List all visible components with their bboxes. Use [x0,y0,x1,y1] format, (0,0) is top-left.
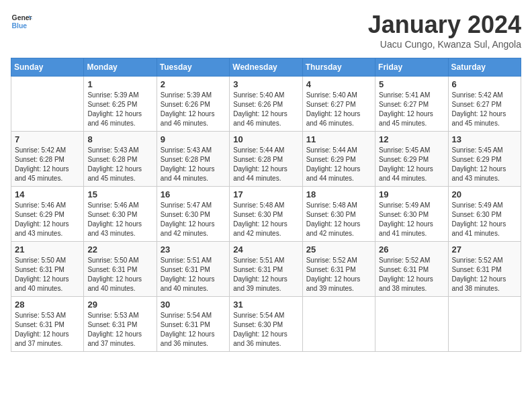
calendar-cell: 20Sunrise: 5:49 AMSunset: 6:30 PMDayligh… [448,187,521,242]
calendar-body: 1Sunrise: 5:39 AMSunset: 6:25 PMDaylight… [11,77,521,352]
calendar-cell: 1Sunrise: 5:39 AMSunset: 6:25 PMDaylight… [84,77,157,132]
day-number: 20 [452,189,517,199]
calendar-cell: 29Sunrise: 5:53 AMSunset: 6:31 PMDayligh… [84,297,157,352]
calendar-cell [302,297,375,352]
day-info: Sunrise: 5:43 AMSunset: 6:28 PMDaylight:… [87,146,152,183]
calendar-cell: 17Sunrise: 5:48 AMSunset: 6:30 PMDayligh… [230,187,302,242]
day-number: 13 [452,134,517,144]
day-info: Sunrise: 5:54 AMSunset: 6:31 PMDaylight:… [161,311,226,349]
day-info: Sunrise: 5:40 AMSunset: 6:27 PMDaylight:… [306,91,371,128]
day-info: Sunrise: 5:39 AMSunset: 6:25 PMDaylight:… [87,91,152,128]
calendar-cell: 4Sunrise: 5:40 AMSunset: 6:27 PMDaylight… [302,77,375,132]
day-info: Sunrise: 5:44 AMSunset: 6:29 PMDaylight:… [306,146,371,183]
day-info: Sunrise: 5:52 AMSunset: 6:31 PMDaylight:… [379,256,444,293]
day-info: Sunrise: 5:48 AMSunset: 6:30 PMDaylight:… [306,201,371,238]
day-number: 18 [306,189,371,199]
day-info: Sunrise: 5:51 AMSunset: 6:31 PMDaylight:… [161,256,226,293]
day-number: 28 [15,300,80,310]
day-number: 21 [15,244,80,255]
day-info: Sunrise: 5:46 AMSunset: 6:29 PMDaylight:… [15,201,80,238]
day-number: 2 [161,79,226,89]
day-info: Sunrise: 5:54 AMSunset: 6:30 PMDaylight:… [233,311,298,349]
calendar-cell: 21Sunrise: 5:50 AMSunset: 6:31 PMDayligh… [11,242,84,297]
day-info: Sunrise: 5:39 AMSunset: 6:26 PMDaylight:… [161,91,226,128]
calendar-week-row: 7Sunrise: 5:42 AMSunset: 6:28 PMDaylight… [11,132,521,187]
title-block: January 2024 Uacu Cungo, Kwanza Sul, Ang… [368,11,521,50]
day-of-week-header: Wednesday [230,58,302,77]
logo: General Blue [11,11,35,32]
calendar-cell: 12Sunrise: 5:45 AMSunset: 6:29 PMDayligh… [375,132,448,187]
day-of-week-header: Thursday [302,58,375,77]
day-info: Sunrise: 5:40 AMSunset: 6:26 PMDaylight:… [233,91,298,128]
day-info: Sunrise: 5:42 AMSunset: 6:27 PMDaylight:… [452,91,517,128]
calendar-cell: 27Sunrise: 5:52 AMSunset: 6:31 PMDayligh… [448,242,521,297]
day-of-week-header: Friday [375,58,448,77]
day-info: Sunrise: 5:50 AMSunset: 6:31 PMDaylight:… [15,256,80,293]
calendar-cell: 31Sunrise: 5:54 AMSunset: 6:30 PMDayligh… [230,297,302,352]
page-header: General Blue January 2024 Uacu Cungo, Kw… [11,11,521,50]
day-info: Sunrise: 5:48 AMSunset: 6:30 PMDaylight:… [233,201,298,238]
calendar-cell [448,297,521,352]
day-info: Sunrise: 5:53 AMSunset: 6:31 PMDaylight:… [87,311,152,349]
day-number: 5 [379,79,444,89]
day-number: 30 [161,300,226,310]
day-number: 7 [15,134,80,144]
calendar-cell: 3Sunrise: 5:40 AMSunset: 6:26 PMDaylight… [230,77,302,132]
logo-icon: General Blue [11,11,32,32]
calendar-cell: 13Sunrise: 5:45 AMSunset: 6:29 PMDayligh… [448,132,521,187]
calendar-week-row: 1Sunrise: 5:39 AMSunset: 6:25 PMDaylight… [11,77,521,132]
day-of-week-header: Monday [84,58,157,77]
day-info: Sunrise: 5:53 AMSunset: 6:31 PMDaylight:… [15,311,80,349]
day-number: 25 [306,244,371,255]
day-number: 6 [452,79,517,89]
calendar-cell: 8Sunrise: 5:43 AMSunset: 6:28 PMDaylight… [84,132,157,187]
day-number: 15 [87,189,152,199]
calendar-cell: 18Sunrise: 5:48 AMSunset: 6:30 PMDayligh… [302,187,375,242]
calendar-cell: 6Sunrise: 5:42 AMSunset: 6:27 PMDaylight… [448,77,521,132]
day-number: 27 [452,244,517,255]
day-number: 1 [87,79,152,89]
calendar-cell: 2Sunrise: 5:39 AMSunset: 6:26 PMDaylight… [157,77,229,132]
day-info: Sunrise: 5:49 AMSunset: 6:30 PMDaylight:… [379,201,444,238]
day-info: Sunrise: 5:52 AMSunset: 6:31 PMDaylight:… [306,256,371,293]
calendar-cell [375,297,448,352]
calendar-cell: 11Sunrise: 5:44 AMSunset: 6:29 PMDayligh… [302,132,375,187]
calendar-cell: 24Sunrise: 5:51 AMSunset: 6:31 PMDayligh… [230,242,302,297]
day-number: 10 [233,134,298,144]
day-info: Sunrise: 5:47 AMSunset: 6:30 PMDaylight:… [161,201,226,238]
calendar-cell: 25Sunrise: 5:52 AMSunset: 6:31 PMDayligh… [302,242,375,297]
calendar-cell: 16Sunrise: 5:47 AMSunset: 6:30 PMDayligh… [157,187,229,242]
day-number: 22 [87,244,152,255]
day-number: 14 [15,189,80,199]
day-info: Sunrise: 5:50 AMSunset: 6:31 PMDaylight:… [87,256,152,293]
calendar-cell: 14Sunrise: 5:46 AMSunset: 6:29 PMDayligh… [11,187,84,242]
calendar-cell: 28Sunrise: 5:53 AMSunset: 6:31 PMDayligh… [11,297,84,352]
day-number: 23 [161,244,226,255]
day-number: 17 [233,189,298,199]
day-info: Sunrise: 5:42 AMSunset: 6:28 PMDaylight:… [15,146,80,183]
day-info: Sunrise: 5:51 AMSunset: 6:31 PMDaylight:… [233,256,298,293]
month-title: January 2024 [368,11,521,39]
day-of-week-header: Saturday [448,58,521,77]
calendar-cell: 15Sunrise: 5:46 AMSunset: 6:30 PMDayligh… [84,187,157,242]
calendar-cell: 5Sunrise: 5:41 AMSunset: 6:27 PMDaylight… [375,77,448,132]
day-info: Sunrise: 5:46 AMSunset: 6:30 PMDaylight:… [87,201,152,238]
day-info: Sunrise: 5:43 AMSunset: 6:28 PMDaylight:… [161,146,226,183]
calendar-cell [11,77,84,132]
day-number: 9 [161,134,226,144]
day-info: Sunrise: 5:45 AMSunset: 6:29 PMDaylight:… [379,146,444,183]
day-info: Sunrise: 5:45 AMSunset: 6:29 PMDaylight:… [452,146,517,183]
day-number: 26 [379,244,444,255]
day-number: 3 [233,79,298,89]
day-number: 4 [306,79,371,89]
calendar-cell: 30Sunrise: 5:54 AMSunset: 6:31 PMDayligh… [157,297,229,352]
calendar-header-row: SundayMondayTuesdayWednesdayThursdayFrid… [11,58,521,77]
day-info: Sunrise: 5:41 AMSunset: 6:27 PMDaylight:… [379,91,444,128]
day-info: Sunrise: 5:52 AMSunset: 6:31 PMDaylight:… [452,256,517,293]
calendar-cell: 23Sunrise: 5:51 AMSunset: 6:31 PMDayligh… [157,242,229,297]
day-number: 24 [233,244,298,255]
day-number: 11 [306,134,371,144]
day-info: Sunrise: 5:49 AMSunset: 6:30 PMDaylight:… [452,201,517,238]
day-number: 8 [87,134,152,144]
calendar-cell: 9Sunrise: 5:43 AMSunset: 6:28 PMDaylight… [157,132,229,187]
